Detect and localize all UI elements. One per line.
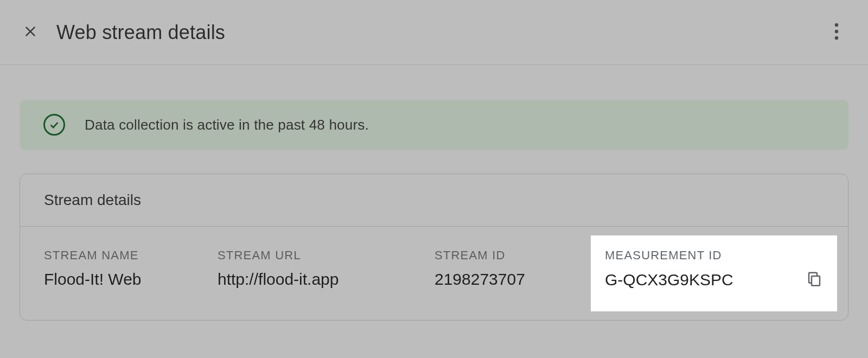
svg-point-4 (835, 36, 838, 39)
page-title: Web stream details (56, 21, 225, 44)
field-value: http://flood-it.app (218, 270, 435, 289)
more-options-button[interactable] (825, 21, 848, 44)
field-stream-id: STREAM ID 2198273707 (435, 248, 603, 290)
field-label: STREAM ID (435, 248, 603, 263)
svg-point-3 (835, 29, 838, 33)
field-measurement-id: MEASUREMENT ID G-QCX3G9KSPC (591, 235, 837, 311)
field-value: G-QCX3G9KSPC (605, 271, 733, 289)
card-body: STREAM NAME Flood-It! Web STREAM URL htt… (20, 227, 848, 320)
field-value: 2198273707 (435, 270, 603, 289)
checkmark-circle-icon (43, 114, 65, 136)
copy-button[interactable] (805, 270, 824, 290)
close-button[interactable] (20, 22, 41, 43)
header-left: Web stream details (20, 21, 225, 44)
copy-icon (806, 271, 822, 289)
close-icon (23, 24, 38, 41)
page-header: Web stream details (0, 0, 868, 65)
field-label: STREAM URL (218, 248, 435, 263)
field-label: STREAM NAME (44, 248, 218, 263)
svg-point-2 (835, 23, 838, 26)
measurement-row: G-QCX3G9KSPC (605, 270, 824, 290)
card-title: Stream details (44, 191, 824, 209)
status-banner: Data collection is active in the past 48… (20, 100, 848, 150)
more-vertical-icon (834, 23, 839, 42)
status-message: Data collection is active in the past 48… (85, 117, 369, 133)
field-stream-url: STREAM URL http://flood-it.app (218, 248, 435, 290)
field-stream-name: STREAM NAME Flood-It! Web (44, 248, 218, 290)
field-value: Flood-It! Web (44, 270, 218, 289)
svg-rect-5 (812, 276, 820, 286)
stream-details-card: Stream details STREAM NAME Flood-It! Web… (20, 174, 848, 321)
content-area: Data collection is active in the past 48… (0, 65, 868, 340)
field-label: MEASUREMENT ID (605, 248, 824, 263)
card-header: Stream details (20, 174, 848, 227)
